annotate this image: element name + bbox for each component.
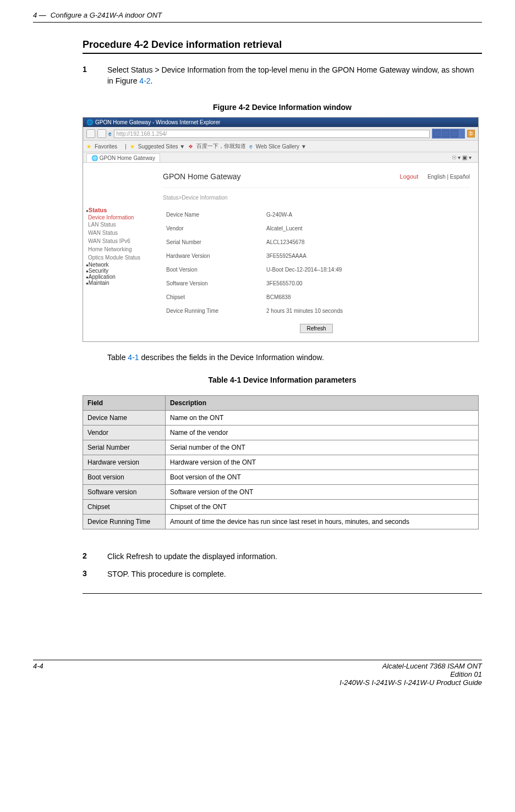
tab-gpon[interactable]: 🌐 GPON Home Gateway	[86, 153, 160, 162]
tab-label: GPON Home Gateway	[100, 155, 155, 161]
breadcrumb: Status>Device Information	[163, 188, 470, 207]
label-serial: Serial Number	[164, 236, 263, 248]
page-footer: 4-4 Alcatel-Lucent 7368 ISAM ONT Edition…	[33, 660, 482, 687]
sidebar-item-home-net[interactable]: Home Networking	[86, 245, 152, 253]
sidebar-security-label: Security	[89, 268, 108, 274]
gpon-header: GPON Home Gateway Logout English | Españ…	[163, 165, 470, 188]
lang-es[interactable]: Español	[450, 174, 470, 180]
step-text-a: Select Status > Device Information from …	[107, 65, 474, 85]
browser-titlebar: 🌐 GPON Home Gateway - Windows Internet E…	[83, 118, 478, 127]
cell-field: Hardware version	[83, 455, 166, 470]
sidebar-application[interactable]: ●Application	[86, 274, 152, 280]
header-desc: Description	[166, 396, 479, 411]
sidebar-network[interactable]: ●Network	[86, 262, 152, 268]
lang-en[interactable]: English |	[428, 174, 448, 180]
suggested-sites[interactable]: Suggested Sites ▼	[138, 143, 185, 150]
footer-page-number: 4-4	[33, 662, 43, 687]
url-extras	[432, 129, 465, 139]
cell-desc: Software version of the ONT	[166, 485, 479, 500]
url-input[interactable]: http://192.168.1.254/	[114, 130, 430, 138]
star-icon[interactable]: ★	[86, 143, 91, 150]
search-icon[interactable]: b	[467, 130, 475, 137]
sidebar-item-device-info[interactable]: Device Information	[86, 214, 152, 220]
table-header-row: Field Description	[83, 396, 479, 411]
tools-bar[interactable]: ☉ ▾ ▣ ▾	[448, 153, 475, 162]
close-icon[interactable]	[451, 130, 458, 137]
gpon-main: GPON Home Gateway Logout English | Españ…	[155, 163, 478, 341]
sidebar-item-optics[interactable]: Optics Module Status	[86, 253, 152, 262]
browser-title: GPON Home Gateway - Windows Internet Exp…	[95, 119, 220, 125]
procedure-title: Procedure 4-2 Device information retriev…	[83, 39, 482, 54]
step-number: 2	[83, 551, 107, 562]
cell-desc: Boot version of the ONT	[166, 470, 479, 485]
sidebar-item-lan-status[interactable]: LAN Status	[86, 220, 152, 229]
cell-field: Serial Number	[83, 440, 166, 455]
info-row-device-name: Device Name G-240W-A	[164, 208, 469, 221]
label-runtime: Device Running Time	[164, 305, 263, 317]
cell-desc: Amount of time the device has run since …	[166, 515, 479, 529]
value-serial: ALCL12345678	[264, 236, 469, 248]
web-slice[interactable]: Web Slice Gallery ▼	[256, 143, 306, 150]
stop-icon[interactable]	[442, 130, 450, 137]
tab-icon: 🌐	[91, 155, 98, 161]
sidebar-status-label: Status	[89, 207, 107, 213]
figure-link[interactable]: 4-2	[139, 76, 150, 85]
favorites-label[interactable]: Favorites	[95, 143, 117, 150]
section-number: 4 —	[33, 11, 46, 19]
footer-line1: Alcatel-Lucent 7368 ISAM ONT	[339, 662, 482, 670]
table-row: Boot version Boot version of the ONT	[83, 470, 479, 485]
value-sw: 3FE565570.00	[264, 277, 469, 290]
baidu-icon: ❖	[188, 143, 193, 150]
table-title: Table 4-1 Device Information parameters	[83, 375, 482, 384]
table-row: Vendor Name of the vendor	[83, 426, 479, 440]
back-button[interactable]	[86, 129, 95, 138]
label-hw: Hardware Version	[164, 250, 263, 262]
gpon-content: ●Status Device Information LAN Status WA…	[83, 163, 478, 341]
sidebar-status-group[interactable]: ●Status	[86, 207, 152, 213]
table-row: Software version Software version of the…	[83, 485, 479, 500]
sidebar-maintain[interactable]: ●Maintain	[86, 280, 152, 286]
cell-field: Chipset	[83, 500, 166, 515]
info-row-hw: Hardware Version 3FE55925AAAA	[164, 250, 469, 262]
label-boot: Boot Version	[164, 263, 263, 276]
footer-line2: Edition 01	[339, 670, 482, 678]
cell-desc: Hardware version of the ONT	[166, 455, 479, 470]
table-link[interactable]: 4-1	[128, 353, 139, 362]
reload-icon[interactable]	[433, 130, 441, 137]
label-sw: Software Version	[164, 277, 263, 290]
step-number: 3	[83, 569, 107, 580]
refresh-button[interactable]: Refresh	[300, 324, 333, 333]
sidebar-security[interactable]: ●Security	[86, 268, 152, 274]
label-vendor: Vendor	[164, 222, 263, 235]
value-chipset: BCM6838	[264, 291, 469, 303]
step-1: 1 Select Status > Device Information fro…	[83, 65, 482, 86]
cell-field: Software version	[83, 485, 166, 500]
info-row-boot: Boot Version U-Boot Dec-12-2014--18:14:4…	[164, 263, 469, 276]
baidu-link[interactable]: 百度一下，你就知道	[196, 142, 246, 150]
logout-link[interactable]: Logout	[400, 173, 419, 180]
table-row: Chipset Chipset of the ONT	[83, 500, 479, 515]
step-text-b: .	[151, 76, 153, 85]
info-row-chipset: Chipset BCM6838	[164, 291, 469, 303]
forward-button[interactable]	[97, 129, 106, 138]
label-chipset: Chipset	[164, 291, 263, 303]
sidebar-item-wan-ipv6[interactable]: WAN Status IPv6	[86, 237, 152, 245]
footer-line3: I-240W-S I-241W-S I-241W-U Product Guide	[339, 678, 482, 687]
gpon-title: GPON Home Gateway	[163, 172, 241, 181]
describe-text-b: describes the fields in the Device Infor…	[139, 353, 324, 362]
browser-nav: e http://192.168.1.254/ b	[83, 127, 478, 141]
url-icon: e	[108, 131, 112, 137]
table-row: Device Name Name on the ONT	[83, 411, 479, 426]
step-text: Click Refresh to update the displayed in…	[107, 551, 482, 562]
page-header: 4 — Configure a G-241W-A indoor ONT	[33, 11, 482, 23]
table-row: Hardware version Hardware version of the…	[83, 455, 479, 470]
value-vendor: Alcatel_Lucent	[264, 222, 469, 235]
value-hw: 3FE55925AAAA	[264, 250, 469, 262]
browser-icon: 🌐	[86, 119, 93, 125]
web-slice-icon: e	[249, 143, 253, 150]
cell-field: Vendor	[83, 426, 166, 440]
value-boot: U-Boot Dec-12-2014--18:14:49	[264, 263, 469, 276]
divider: |	[125, 143, 127, 150]
cell-desc: Name on the ONT	[166, 411, 479, 426]
sidebar-item-wan-status[interactable]: WAN Status	[86, 229, 152, 237]
